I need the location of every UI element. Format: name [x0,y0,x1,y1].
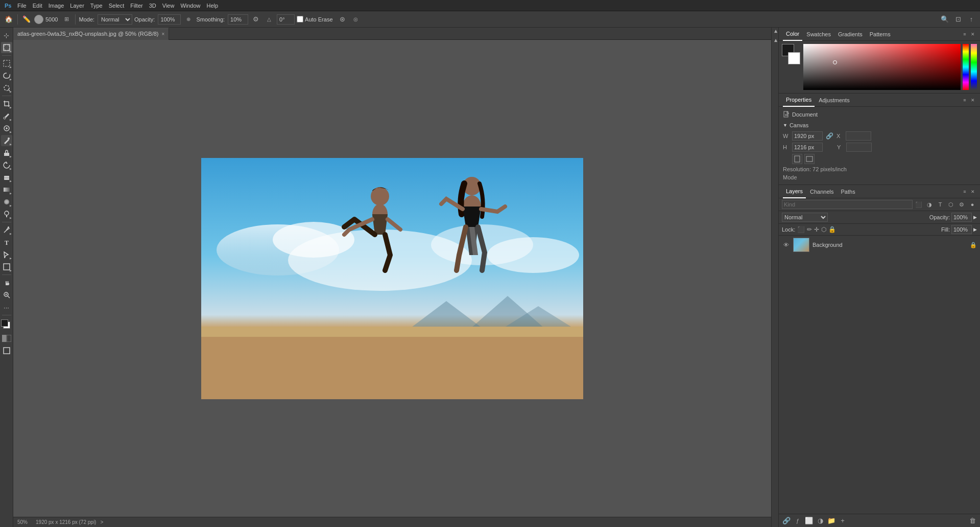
layer-visibility-toggle[interactable]: 👁 [782,241,790,249]
y-input[interactable] [846,143,872,152]
foreground-background-colors[interactable] [1,319,12,331]
filter-adjustment-icon[interactable]: ◑ [925,200,934,209]
pressure-sensitivity-icon[interactable]: ◎ [350,14,362,25]
opacity-value-layers[interactable] [951,213,972,222]
shape-tool[interactable]: ▶ [1,261,12,272]
filter-type-icon[interactable]: T [936,200,945,209]
width-input[interactable] [792,131,823,141]
color-gradient-picker[interactable] [803,44,961,90]
brush-settings-icon[interactable]: ⊞ [61,14,72,25]
portrait-btn[interactable] [792,154,802,164]
menu-select[interactable]: Select [106,0,128,11]
menu-layer[interactable]: Layer [67,0,87,11]
document-tab[interactable]: atlas-green-0wtaJS_nxBQ-unsplash.jpg @ 5… [13,28,169,40]
menu-image[interactable]: Image [45,0,67,11]
search-icon[interactable]: 🔍 [939,14,950,25]
delete-layer-btn[interactable]: 🗑 [968,516,977,525]
x-input[interactable] [846,131,871,141]
background-color-swatch[interactable] [788,52,800,64]
path-select-tool[interactable]: ▶ [1,249,12,260]
layers-kind-filter[interactable] [782,200,913,209]
hand-tool[interactable] [1,277,12,288]
settings-icon[interactable]: ⚙ [250,14,261,25]
home-icon[interactable]: 🏠 [3,14,14,25]
angle-input[interactable] [277,14,295,25]
canvas-section[interactable]: ▼ Canvas [783,122,976,128]
filter-shape-icon[interactable]: ⬡ [946,200,955,209]
arrange-icon[interactable]: ⊡ [952,14,964,25]
filter-pixel-icon[interactable]: ⬛ [914,200,923,209]
brush-tool-icon[interactable]: ✏️ [21,14,32,25]
crop-tool[interactable]: ▶ [1,98,12,109]
layers-panel-collapse[interactable]: ≡ [962,189,968,195]
color-panel-close[interactable]: ✕ [970,31,976,37]
zoom-tool[interactable] [1,289,12,301]
quick-select-tool[interactable]: ▶ [1,82,12,94]
lock-position-icon[interactable]: ✛ [814,226,819,233]
hue-slider[interactable] [963,44,969,90]
symmetry-icon[interactable]: ⊛ [337,14,348,25]
menu-help[interactable]: Help [204,0,222,11]
group-btn[interactable]: 📁 [827,516,836,525]
color-tab[interactable]: Color [783,28,802,41]
height-input[interactable] [792,143,823,152]
properties-panel-close[interactable]: ✕ [970,97,976,103]
blur-tool[interactable]: ▶ [1,196,12,208]
brush-preview[interactable] [34,15,43,24]
quick-mask-btn[interactable] [1,333,12,344]
marquee-tool[interactable]: ▶ [1,58,12,69]
patterns-tab[interactable]: Patterns [867,28,894,41]
mask-btn[interactable]: ⬜ [804,516,814,525]
opacity-input[interactable] [158,14,181,25]
menu-3d[interactable]: 3D [146,0,159,11]
menu-file[interactable]: File [14,0,30,11]
fill-value[interactable] [951,225,972,234]
color-panel-icon[interactable]: ◀ [772,30,778,36]
artboard-tool[interactable]: ▶ [1,42,12,53]
layers-tab[interactable]: Layers [783,185,806,198]
filter-active-icon[interactable]: ● [968,200,977,209]
stamp-tool[interactable]: ▶ [1,147,12,158]
layers-panel-close[interactable]: ✕ [970,189,976,195]
properties-panel-icon[interactable]: ◀ [772,39,778,45]
channels-tab[interactable]: Channels [807,185,836,198]
smoothing-input[interactable] [228,14,248,25]
pen-tool[interactable]: ▶ [1,224,12,236]
lock-transparent-icon[interactable]: ⬛ [797,226,805,233]
more-tools[interactable]: ··· [1,302,12,313]
lock-all-icon[interactable]: 🔒 [828,226,836,233]
type-tool[interactable]: T [1,237,12,248]
mode-select[interactable]: Normal Dissolve Multiply [98,14,132,25]
pressure-icon[interactable]: ⊕ [183,14,194,25]
landscape-btn[interactable] [804,154,815,164]
lock-artboard-icon[interactable]: ⬡ [821,226,826,233]
move-tool[interactable]: ⊹ [1,30,12,41]
eyedropper-tool[interactable]: ▶ [1,110,12,122]
layer-style-btn[interactable]: ƒ [793,516,802,525]
status-arrow[interactable]: > [100,519,103,525]
layer-row[interactable]: 👁 Background 🔒 [779,236,980,254]
lock-image-icon[interactable]: ✏ [807,226,812,233]
new-layer-btn[interactable]: + [838,516,847,525]
extra-color-slider[interactable] [971,44,977,90]
gradients-tab[interactable]: Gradients [835,28,866,41]
fill-stepper-icon[interactable]: ▶ [973,227,977,232]
lasso-tool[interactable]: ▶ [1,70,12,81]
paths-tab[interactable]: Paths [838,185,858,198]
dodge-tool[interactable]: ▶ [1,209,12,220]
menu-view[interactable]: View [159,0,178,11]
layer-blend-mode[interactable]: Normal Multiply Screen [782,213,828,222]
adjustments-tab[interactable]: Adjustments [816,94,853,107]
eraser-tool[interactable]: ▶ [1,172,12,183]
filter-smart-icon[interactable]: ⚙ [957,200,966,209]
healing-tool[interactable]: ▶ [1,123,12,134]
menu-window[interactable]: Window [177,0,203,11]
auto-erase-checkbox[interactable] [297,16,303,22]
color-panel-collapse[interactable]: ≡ [962,31,968,37]
menu-filter[interactable]: Filter [127,0,146,11]
gradient-tool[interactable]: ▶ [1,184,12,195]
menu-edit[interactable]: Edit [30,0,45,11]
share-icon[interactable]: ↑ [966,14,977,25]
link-layers-btn[interactable]: 🔗 [782,516,791,525]
angle-icon[interactable]: △ [264,14,275,25]
